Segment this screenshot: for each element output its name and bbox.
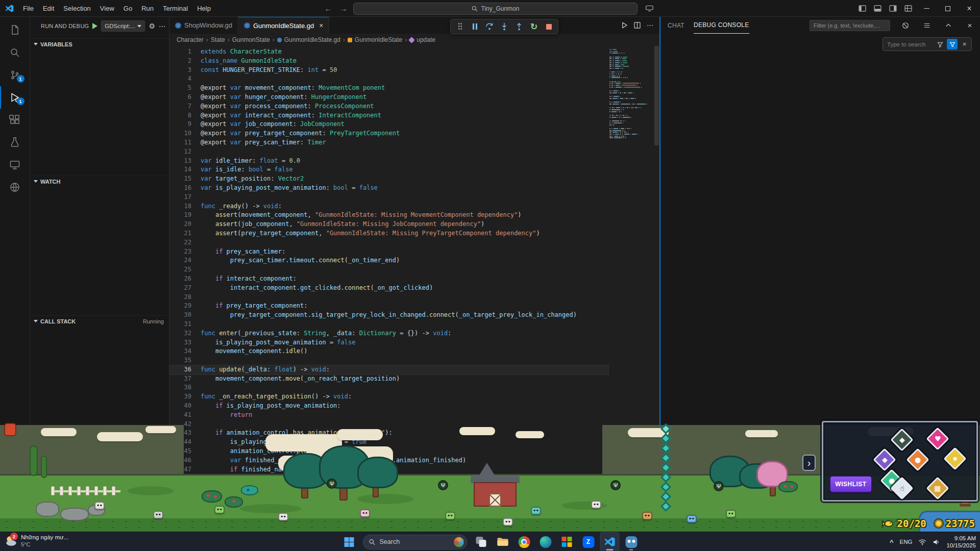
code-line[interactable]: 21 assert(prey_target_component, "Gunmon… xyxy=(169,229,608,238)
code-line[interactable]: 27 interact_component.got_clicked.connec… xyxy=(169,284,608,293)
code-line[interactable]: 16var is_playing_post_move_animation: bo… xyxy=(169,184,608,193)
launch-config-select[interactable]: GDScript:... xyxy=(101,20,145,32)
badge-crystal[interactable]: ◆ xyxy=(873,448,896,471)
extensions-icon[interactable] xyxy=(0,109,30,131)
breadcrumb-class[interactable]: GunmonIdleState xyxy=(355,36,402,43)
code-line[interactable]: 34 movement_component.idle() xyxy=(169,347,608,356)
code-line[interactable]: 11@export var prey_scan_timer: Timer xyxy=(169,138,608,147)
code-line[interactable]: 7@export var process_component: ProcessC… xyxy=(169,102,608,111)
stop-icon[interactable] xyxy=(542,20,555,33)
call-stack-section-header[interactable]: CALL STACK Running xyxy=(31,315,169,327)
code-line[interactable]: 8@export var interact_component: Interac… xyxy=(169,111,608,120)
edge-icon[interactable] xyxy=(536,532,555,551)
code-line[interactable]: 3const HUNGER_PERCENT_STRIKE: int = 50 xyxy=(169,66,608,75)
breadcrumb-character[interactable]: Character xyxy=(177,36,204,43)
run-debug-icon[interactable]: 1 xyxy=(0,86,30,109)
code-line[interactable]: 23 if prey_scan_timer: xyxy=(169,247,608,257)
find-input[interactable]: Type to search xyxy=(885,41,933,47)
code-line[interactable]: 35 xyxy=(169,356,608,365)
close-tab-icon[interactable]: × xyxy=(319,21,323,30)
code-line[interactable]: 18func _ready() -> void: xyxy=(169,202,608,211)
menu-terminal[interactable]: Terminal xyxy=(158,0,192,17)
badge-paw[interactable]: ♥ xyxy=(926,427,949,450)
back-icon[interactable]: ← xyxy=(323,4,334,13)
badge-star[interactable]: ★ xyxy=(943,447,966,470)
remote-indicator-icon[interactable] xyxy=(642,0,657,17)
console-filter-input[interactable]: Filter (e.g. text, !exclude,... xyxy=(810,20,890,31)
close-panel-icon[interactable]: × xyxy=(964,19,976,32)
tab-shopwindow[interactable]: ShopWindow.gd xyxy=(169,17,238,34)
code-line[interactable]: 15var target_position: Vector2 xyxy=(169,174,608,184)
start-debug-icon[interactable] xyxy=(92,23,97,29)
code-line[interactable]: 29 if prey_target_component: xyxy=(169,302,608,311)
code-line[interactable]: 38 xyxy=(169,383,608,392)
code-line[interactable]: 26 if interact_component: xyxy=(169,274,608,284)
code-line[interactable]: 39func _on_reach_target_position() -> vo… xyxy=(169,392,608,402)
code-line[interactable]: 22 xyxy=(169,238,608,247)
code-line[interactable]: 40 if is_playing_post_move_animation: xyxy=(169,402,608,411)
breadcrumb-file[interactable]: GunmonIdleState.gd xyxy=(284,36,340,43)
testing-icon[interactable] xyxy=(0,131,30,154)
code-line[interactable]: 14var is_idle: bool = false xyxy=(169,165,608,174)
variables-section-header[interactable]: VARIABLES xyxy=(31,38,169,49)
vscode-taskbar-icon[interactable] xyxy=(600,532,620,551)
split-editor-icon[interactable] xyxy=(634,22,641,29)
code-line[interactable]: 37 movement_component.move(_on_reach_tar… xyxy=(169,374,608,384)
code-line[interactable]: 36func update(_delta: float) -> void: xyxy=(169,365,608,374)
menu-go[interactable]: Go xyxy=(119,0,137,17)
code-line[interactable]: 25 xyxy=(169,265,608,274)
explorer-icon[interactable] xyxy=(0,19,30,41)
source-control-icon[interactable]: 1 xyxy=(0,64,30,86)
code-line[interactable]: 31 xyxy=(169,320,608,329)
breadcrumb-gunmonstate[interactable]: GunmonState xyxy=(232,36,270,43)
search-sidebar-icon[interactable] xyxy=(0,41,30,64)
remote-explorer-icon[interactable] xyxy=(0,154,30,176)
filter-toggle-icon[interactable] xyxy=(947,39,958,49)
code-line[interactable]: 19 assert(movement_component, "GunmonIdl… xyxy=(169,211,608,220)
task-view-icon[interactable] xyxy=(472,532,491,551)
zalo-icon[interactable]: Z xyxy=(579,532,598,551)
wifi-icon[interactable] xyxy=(918,539,926,545)
menu-edit[interactable]: Edit xyxy=(38,0,59,17)
layout-sidebar-left-icon[interactable] xyxy=(854,0,870,17)
code-line[interactable]: 41 return xyxy=(169,411,608,420)
run-file-icon[interactable] xyxy=(621,22,628,29)
code-line[interactable]: 1extends CharacterState xyxy=(169,47,608,57)
more-actions-icon[interactable]: ⋯ xyxy=(159,22,166,30)
code-line[interactable]: 24 prey_scan_timer.timeout.connect(_on_t… xyxy=(169,256,608,265)
code-line[interactable]: 6@export var hunger_component: HungerCom… xyxy=(169,93,608,102)
debug-toolbar-grip[interactable] xyxy=(453,20,467,33)
wishlist-button[interactable]: WISHLIST xyxy=(829,475,872,493)
code-line[interactable]: 5@export var movement_component: Movemen… xyxy=(169,84,608,93)
microsoft-icon[interactable] xyxy=(557,532,577,551)
step-into-icon[interactable] xyxy=(498,20,511,33)
command-center-search[interactable]: Tiny_Gunmon xyxy=(353,3,638,15)
code-line[interactable]: 2class_name GunmonIdleState xyxy=(169,57,608,66)
code-line[interactable]: 9@export var job_component: JobComponent xyxy=(169,120,608,129)
code-line[interactable]: 28 xyxy=(169,293,608,302)
file-explorer-icon[interactable] xyxy=(493,532,512,551)
editor-scrollbar[interactable] xyxy=(654,46,659,145)
minimap[interactable] xyxy=(609,49,652,139)
layout-panel-icon[interactable] xyxy=(870,0,885,17)
watch-section-header[interactable]: WATCH xyxy=(31,176,169,187)
close-button[interactable]: × xyxy=(959,0,980,17)
breadcrumb-method[interactable]: update xyxy=(416,36,435,43)
code-line[interactable]: 33 is_playing_post_move_animation = fals… xyxy=(169,338,608,347)
menu-run[interactable]: Run xyxy=(137,0,158,17)
start-button[interactable] xyxy=(339,532,359,551)
menu-help[interactable]: Help xyxy=(192,0,215,17)
menu-selection[interactable]: Selection xyxy=(59,0,95,17)
badge-gem[interactable]: ◆ xyxy=(890,428,913,451)
wishlist-collapse-arrow[interactable]: › xyxy=(802,455,816,471)
layout-customize-icon[interactable] xyxy=(900,0,916,17)
breadcrumb-state[interactable]: State xyxy=(211,36,225,43)
code-line[interactable]: 10@export var prey_target_component: Pre… xyxy=(169,129,608,138)
volume-icon[interactable] xyxy=(933,539,940,545)
minimize-button[interactable] xyxy=(916,0,937,17)
pause-icon[interactable] xyxy=(468,20,481,33)
tab-chat[interactable]: CHAT xyxy=(668,17,684,34)
code-line[interactable]: 32func enter(_previous_state: String, _d… xyxy=(169,329,608,338)
code-line[interactable]: 13var idle_timer: float = 0.0 xyxy=(169,157,608,166)
more-actions-icon[interactable]: ⋯ xyxy=(647,21,653,29)
